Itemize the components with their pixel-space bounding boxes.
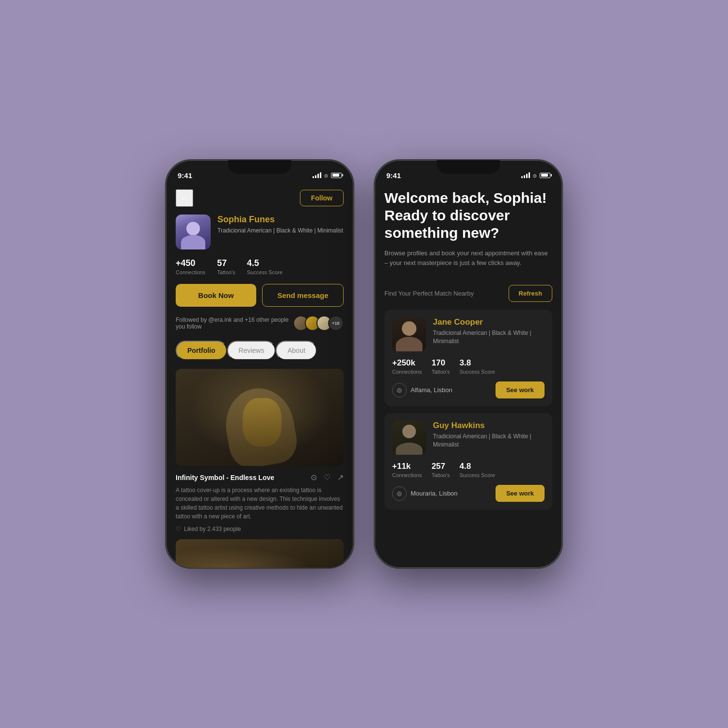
copy-icon[interactable]: ⊙ (311, 473, 317, 482)
left-button-mid2-r (374, 284, 375, 313)
notch (228, 160, 291, 174)
stat-connections-value: +450 (176, 258, 205, 268)
location-text-jane: Alfama, Lisbon (411, 386, 452, 394)
jane-score-label: Success Score (460, 369, 495, 375)
artist-card-top-jane: Jane Cooper Tradicional American | Black… (392, 317, 545, 351)
left-button-mid2 (165, 284, 166, 313)
welcome-title: Welcome back, Sophia! Ready to discover … (384, 189, 552, 242)
post-description: A tattoo cover-up is a process where an … (176, 486, 344, 521)
follower-avatars: +16 (293, 315, 344, 331)
tattoo-art-visual (176, 369, 344, 466)
portfolio-image-2 (176, 539, 344, 568)
profile-name: Sophia Funes (217, 215, 343, 225)
guy-score-label: Success Score (460, 472, 495, 478)
jane-tattoos-value: 170 (431, 358, 450, 368)
back-button[interactable]: ← (176, 189, 193, 207)
refresh-button[interactable]: Refresh (509, 285, 552, 302)
status-time-left: 9:41 (178, 171, 192, 180)
stat-tattoos-value: 57 (217, 258, 235, 268)
see-work-button-guy[interactable]: See work (496, 485, 545, 502)
right-screen-content: Welcome back, Sophia! Ready to discover … (375, 183, 562, 568)
location-row-jane: ⊚ Alfama, Lisbon (392, 383, 452, 397)
guy-stat-score: 4.8 Success Score (460, 462, 495, 478)
profile-section: Sophia Funes Tradicional American | Blac… (176, 215, 344, 249)
share-icon[interactable]: ↗ (337, 473, 344, 482)
jane-stat-score: 3.8 Success Score (460, 358, 495, 375)
jane-connections-value: +250k (392, 358, 422, 368)
tab-about[interactable]: About (276, 341, 317, 360)
signal-icon (313, 172, 321, 178)
book-now-button[interactable]: Book Now (176, 284, 256, 307)
status-icons-left: ⌾ (313, 172, 342, 179)
send-message-button[interactable]: Send message (262, 284, 344, 307)
left-button-top-r (374, 228, 375, 244)
guy-stat-connections: +11k Connections (392, 462, 422, 478)
right-button (353, 238, 354, 277)
artist-tags-guy: Tradicional American | Black & White | M… (433, 432, 545, 449)
tabs: Portfolio Reviews About (176, 341, 344, 360)
post-action-icons: ⊙ ♡ ↗ (311, 473, 344, 482)
wifi-icon: ⌾ (324, 172, 328, 179)
follower-avatar-count: +16 (328, 315, 344, 331)
post-title: Infinity Symbol - Endless Love (176, 474, 274, 481)
tattoo-art-visual-2 (176, 539, 344, 568)
stat-tattoos-label: Tattoo's (217, 269, 235, 275)
artist-avatar-jane (392, 317, 426, 351)
search-row: Find Your Perfect Match Nearby Refresh (384, 285, 552, 302)
profile-tags: Tradicional American | Black & White | M… (217, 227, 343, 235)
left-button-mid-r (374, 250, 375, 279)
see-work-button-jane[interactable]: See work (496, 381, 545, 398)
signal-icon-right (521, 172, 530, 178)
jane-stat-connections: +250k Connections (392, 358, 422, 375)
location-icon-guy: ⊚ (392, 486, 407, 501)
stat-score: 4.5 Success Score (247, 258, 282, 275)
profile-info: Sophia Funes Tradicional American | Blac… (217, 215, 343, 235)
artist-info-jane: Jane Cooper Tradicional American | Black… (433, 317, 545, 346)
artist-info-guy: Guy Hawkins Tradicional American | Black… (433, 421, 545, 449)
jane-tattoos-label: Tattoo's (431, 369, 450, 375)
tab-portfolio[interactable]: Portfolio (176, 341, 227, 360)
artist-name-jane: Jane Cooper (433, 317, 545, 327)
status-time-right: 9:41 (386, 171, 401, 180)
artist-stats-jane: +250k Connections 170 Tattoo's 3.8 Succe… (392, 358, 545, 375)
stats-row: +450 Connections 57 Tattoo's 4.5 Success… (176, 258, 344, 275)
artist-card-jane: Jane Cooper Tradicional American | Black… (384, 310, 552, 406)
notch-right (437, 160, 500, 174)
right-phone: 9:41 ⌾ Welcome back, Sophia! Ready to di… (374, 159, 563, 569)
left-button-top (165, 228, 166, 244)
status-icons-right: ⌾ (521, 172, 550, 179)
stat-tattoos: 57 Tattoo's (217, 258, 235, 275)
followers-text: Followed by @era.ink and +16 other peopl… (176, 316, 293, 330)
tab-reviews[interactable]: Reviews (227, 341, 276, 360)
post-likes: ♡ Liked by 2.433 people (176, 526, 344, 532)
jane-connections-label: Connections (392, 369, 422, 375)
right-button-r (562, 238, 563, 277)
heart-icon[interactable]: ♡ (324, 473, 331, 482)
likes-text: Liked by 2.433 people (184, 526, 241, 532)
post-title-row: Infinity Symbol - Endless Love ⊙ ♡ ↗ (176, 473, 344, 482)
artist-card-guy: Guy Hawkins Tradicional American | Black… (384, 413, 552, 510)
guy-tattoos-label: Tattoo's (431, 472, 450, 478)
artist-card-top-guy: Guy Hawkins Tradicional American | Black… (392, 421, 545, 455)
location-icon-jane: ⊚ (392, 383, 407, 397)
battery-icon-right (540, 173, 550, 178)
location-text-guy: Mouraria, Lisbon (411, 490, 458, 497)
left-screen-content: ← Follow Sophia Funes Tradicional Americ… (166, 183, 353, 568)
artist-name-guy: Guy Hawkins (433, 421, 545, 430)
artist-tags-jane: Tradicional American | Black & White | M… (433, 329, 545, 346)
stat-connections: +450 Connections (176, 258, 205, 275)
avatar (176, 215, 211, 249)
likes-heart-icon: ♡ (176, 526, 181, 532)
portfolio-image (176, 369, 344, 466)
guy-score-value: 4.8 (460, 462, 495, 471)
left-phone: 9:41 ⌾ ← Follow Sophia F (165, 159, 354, 569)
welcome-subtitle: Browse profiles and book your next appoi… (384, 248, 552, 267)
jane-stat-tattoos: 170 Tattoo's (431, 358, 450, 375)
wifi-icon-right: ⌾ (533, 172, 537, 179)
follow-button[interactable]: Follow (300, 190, 344, 206)
guy-tattoos-value: 257 (431, 462, 450, 471)
stat-score-value: 4.5 (247, 258, 282, 268)
artist-footer-jane: ⊚ Alfama, Lisbon See work (392, 381, 545, 398)
stat-connections-label: Connections (176, 269, 205, 275)
artist-avatar-guy (392, 421, 426, 455)
